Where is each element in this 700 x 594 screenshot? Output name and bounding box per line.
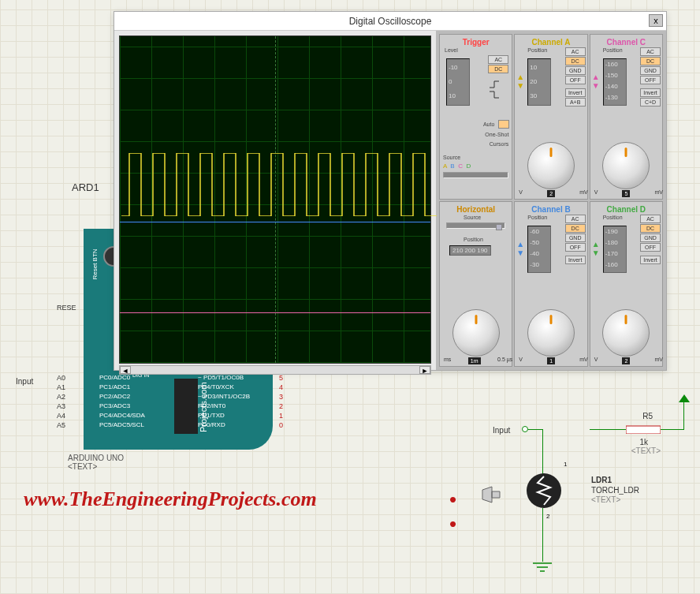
- oscilloscope-screen[interactable]: [119, 35, 431, 364]
- arduino-ref: ARD1: [72, 181, 99, 193]
- level-label: Level: [445, 47, 458, 53]
- cha-vdiv-knob[interactable]: [527, 142, 575, 189]
- rpin5: PD0/RXD: [198, 421, 225, 428]
- horiz-ext-icon[interactable]: [496, 224, 502, 230]
- chb-ac-button[interactable]: AC: [565, 215, 586, 223]
- wire-vcc: [683, 401, 684, 430]
- cha-invert-button[interactable]: Invert: [565, 88, 586, 97]
- ldr-component[interactable]: [527, 473, 561, 508]
- rpin3: PD2/INT0: [198, 402, 225, 409]
- pin-a1: A1: [57, 383, 65, 391]
- pin-a2: A2: [57, 393, 65, 401]
- chb-marker-icon[interactable]: ▲▼: [516, 240, 524, 257]
- chc-v: V: [594, 189, 598, 198]
- chc-marker-icon[interactable]: ▲▼: [592, 73, 600, 90]
- chc-dc-button[interactable]: DC: [640, 57, 661, 65]
- chc-vdiv-knob[interactable]: [602, 142, 650, 189]
- trigger-ac-button[interactable]: AC: [488, 55, 508, 64]
- rnum2: 2: [279, 402, 283, 410]
- chc-position-slider[interactable]: -160 -150 -140 -130: [603, 58, 627, 106]
- wire-gnd: [542, 508, 543, 562]
- chd-gnd-button[interactable]: GND: [640, 233, 661, 242]
- source-label: Source: [443, 155, 460, 160]
- chd-position-slider[interactable]: -190 -180 -170 -160: [603, 226, 627, 273]
- cha-dc-button[interactable]: DC: [565, 57, 586, 65]
- channel-c-panel: Channel C Position -160 -150 -140 -130 ▲…: [590, 34, 663, 200]
- pin-adc5: PC5/ADC5/SCL: [99, 421, 144, 428]
- chc-cd-button[interactable]: C+D: [640, 98, 661, 106]
- horiz-position-readout[interactable]: 210 200 190: [449, 245, 491, 256]
- pin-adc4: PC4/ADC4/SDA: [99, 412, 145, 419]
- trigger-dc-button[interactable]: DC: [488, 65, 508, 73]
- watermark-url: www.TheEngineeringProjects.com: [24, 488, 317, 511]
- horiz-title: Horizontal: [442, 204, 509, 215]
- cha-marker-icon[interactable]: ▲▼: [516, 73, 524, 90]
- ldr-type: TORCH_LDR: [591, 486, 639, 495]
- level-slider[interactable]: -10 0 10: [446, 58, 470, 106]
- chc-gnd-button[interactable]: GND: [640, 66, 661, 75]
- wire-v1: [542, 429, 543, 475]
- source-slider[interactable]: [443, 172, 508, 178]
- chb-vdiv-knob[interactable]: [527, 309, 575, 357]
- chb-dc-button[interactable]: DC: [565, 224, 586, 233]
- src-d[interactable]: D: [466, 163, 471, 170]
- edge-rising-icon[interactable]: [488, 80, 505, 89]
- cha-gnd-button[interactable]: GND: [565, 66, 586, 75]
- cursors-label[interactable]: Cursors: [490, 141, 509, 147]
- rnum5: 5: [279, 374, 283, 382]
- wire-input: [528, 429, 542, 430]
- chd-off-button[interactable]: OFF: [640, 243, 661, 252]
- chc-pos-label: Position: [603, 47, 623, 53]
- chc-ac-button[interactable]: AC: [640, 47, 661, 56]
- chd-dc-button[interactable]: DC: [640, 224, 661, 233]
- r5-text: <TEXT>: [631, 446, 661, 455]
- chb-invert-button[interactable]: Invert: [565, 256, 586, 264]
- torch-icon[interactable]: [481, 485, 506, 507]
- chc-invert-button[interactable]: Invert: [640, 88, 661, 97]
- chd-pos-label: Position: [603, 215, 623, 220]
- chd-v: V: [594, 357, 598, 365]
- horizontal-scrollbar[interactable]: ◄ ►: [119, 365, 431, 375]
- chd-ac-button[interactable]: AC: [640, 215, 661, 223]
- oneshot-label[interactable]: One-Shot: [485, 132, 508, 137]
- chd-vdiv-knob[interactable]: [602, 309, 650, 357]
- cha-ab-button[interactable]: A+B: [565, 98, 586, 106]
- channel-b-panel: Channel B Position -60 -50 -40 -30 ▲▼ AC…: [514, 201, 587, 367]
- titlebar[interactable]: Digital Oscilloscope x: [114, 12, 666, 31]
- arduino-footer: ARDUINO UNO <TEXT>: [68, 454, 124, 471]
- input-label-right: Input: [493, 426, 510, 435]
- rnum4: 4: [279, 383, 283, 391]
- chd-invert-button[interactable]: Invert: [640, 256, 661, 264]
- src-b[interactable]: B: [450, 163, 454, 170]
- chc-off-button[interactable]: OFF: [640, 76, 661, 84]
- chb-position-slider[interactable]: -60 -50 -40 -30: [527, 226, 551, 273]
- cha-off-button[interactable]: OFF: [565, 76, 586, 84]
- mcu-chip: [174, 379, 198, 434]
- cha-pos-label: Position: [527, 47, 547, 53]
- oscilloscope-window[interactable]: Digital Oscilloscope x ◄ ► Trigger: [114, 11, 667, 371]
- chb-readout: 1: [547, 357, 555, 364]
- pin-a0: A0: [57, 374, 65, 382]
- horiz-timebase-knob[interactable]: [452, 309, 500, 357]
- reset-pin-label: RESE: [57, 304, 76, 312]
- rnum3: 3: [279, 393, 283, 401]
- horiz-pos-label: Position: [464, 237, 483, 242]
- arduino-text-ph: <TEXT>: [68, 462, 124, 471]
- chb-off-button[interactable]: OFF: [565, 243, 586, 252]
- cha-position-slider[interactable]: 10 20 30: [527, 58, 551, 106]
- scroll-left-button[interactable]: ◄: [120, 366, 131, 374]
- cha-ac-button[interactable]: AC: [565, 47, 586, 56]
- ldr-node1: 1: [564, 461, 567, 468]
- close-button[interactable]: x: [649, 14, 663, 27]
- r5-val: 1k: [639, 438, 648, 446]
- src-c[interactable]: C: [458, 163, 463, 170]
- chb-gnd-button[interactable]: GND: [565, 233, 586, 242]
- resistor-r5[interactable]: [626, 424, 661, 434]
- chd-marker-icon[interactable]: ▲▼: [592, 240, 600, 257]
- chc-mv: mV: [654, 189, 663, 198]
- scroll-right-button[interactable]: ►: [419, 366, 430, 374]
- auto-button[interactable]: [498, 120, 509, 129]
- ldr-text: <TEXT>: [591, 495, 620, 504]
- src-a[interactable]: A: [443, 163, 447, 170]
- edge-falling-icon[interactable]: [488, 90, 505, 99]
